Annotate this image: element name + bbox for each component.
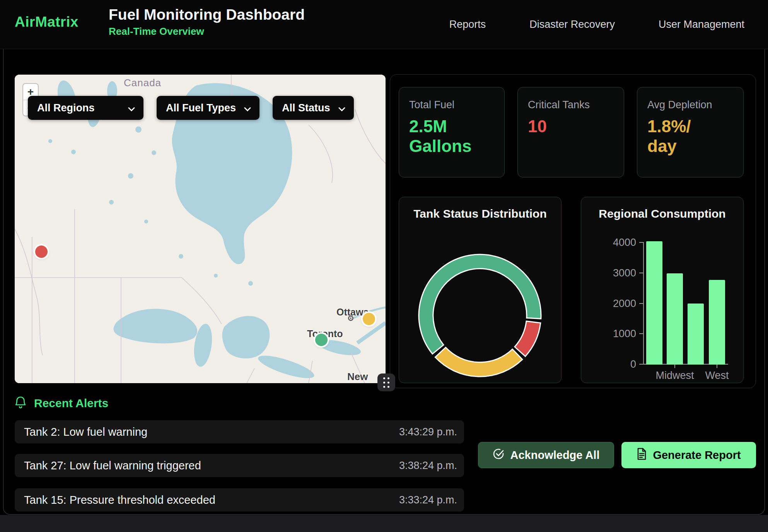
bar bbox=[646, 241, 662, 365]
tank-status-card: Tank Status Distribution bbox=[399, 197, 561, 383]
document-icon bbox=[637, 448, 647, 463]
bar bbox=[709, 280, 725, 365]
donut-segment-yellow bbox=[435, 348, 522, 377]
y-tick-label: 1000 bbox=[597, 328, 636, 340]
x-tick-label: Midwest bbox=[655, 370, 694, 382]
region-filter-select[interactable]: All Regions bbox=[28, 96, 143, 120]
page-subtitle: Real-Time Overview bbox=[109, 26, 305, 38]
alert-row: Tank 27: Low fuel warning triggered 3:38… bbox=[15, 454, 464, 477]
status-filter-select[interactable]: All Status bbox=[273, 96, 354, 120]
alert-text: Tank 2: Low fuel warning bbox=[24, 426, 147, 438]
y-tick-label: 4000 bbox=[597, 237, 636, 249]
chevron-down-icon bbox=[338, 102, 345, 114]
map-canvas[interactable]: Canada Ottawa Toronto New York + − All R… bbox=[15, 75, 386, 383]
page-title: Fuel Monitoring Dashboard bbox=[109, 6, 305, 23]
bar bbox=[688, 304, 704, 365]
chevron-down-icon bbox=[244, 102, 251, 114]
acknowledge-all-label: Acknowledge All bbox=[510, 449, 600, 462]
donut-segment-red bbox=[515, 321, 541, 356]
generate-report-button[interactable]: Generate Report bbox=[621, 442, 756, 468]
stat-card-total-fuel: Total Fuel 2.5M Gallons bbox=[399, 87, 505, 177]
bar bbox=[667, 273, 683, 365]
alert-timestamp: 3:38:24 p.m. bbox=[399, 460, 457, 472]
stat-label: Avg Depletion bbox=[647, 99, 733, 111]
regional-consumption-card: Regional Consumption 4000 3000 2000 1000… bbox=[581, 197, 744, 383]
chevron-down-icon bbox=[128, 102, 135, 114]
generate-report-label: Generate Report bbox=[653, 449, 741, 462]
acknowledge-all-button[interactable]: Acknowledge All bbox=[478, 442, 614, 468]
recent-alerts-header: Recent Alerts bbox=[15, 396, 108, 411]
brand-logo[interactable]: AirMatrix bbox=[15, 14, 79, 30]
nav-disaster-recovery[interactable]: Disaster Recovery bbox=[529, 19, 615, 31]
alert-text: Tank 27: Low fuel warning triggered bbox=[24, 459, 201, 472]
stat-card-avg-depletion: Avg Depletion 1.8%/day bbox=[637, 87, 744, 177]
check-circle-icon bbox=[493, 448, 504, 462]
stat-card-critical-tanks: Critical Tanks 10 bbox=[517, 87, 624, 177]
alert-text: Tank 15: Pressure threshold exceeded bbox=[24, 494, 215, 506]
alert-timestamp: 3:33:24 p.m. bbox=[399, 494, 457, 506]
nav-user-management[interactable]: User Management bbox=[659, 19, 744, 31]
town-dot-icon bbox=[348, 315, 353, 321]
alert-row: Tank 15: Pressure threshold exceeded 3:3… bbox=[15, 488, 464, 512]
stat-value: 10 bbox=[528, 116, 614, 136]
map-marker-warning[interactable] bbox=[363, 313, 375, 325]
chart-title: Regional Consumption bbox=[581, 207, 743, 220]
y-tick-label: 3000 bbox=[597, 267, 636, 279]
title-block: Fuel Monitoring Dashboard Real-Time Over… bbox=[109, 6, 305, 38]
alerts-title: Recent Alerts bbox=[34, 397, 108, 410]
fuel-filter-value: All Fuel Types bbox=[166, 102, 236, 114]
stat-value: 2.5M Gallons bbox=[409, 116, 494, 156]
stat-label: Critical Tanks bbox=[528, 99, 614, 111]
main-nav: Reports Disaster Recovery User Managemen… bbox=[449, 0, 744, 49]
bottom-bar bbox=[0, 515, 768, 532]
alert-timestamp: 3:43:29 p.m. bbox=[399, 426, 457, 438]
map-resize-handle[interactable] bbox=[377, 373, 395, 391]
bell-icon bbox=[15, 396, 26, 411]
header: AirMatrix Fuel Monitoring Dashboard Real… bbox=[0, 0, 768, 49]
bar-plot-area bbox=[644, 243, 728, 365]
donut-chart bbox=[399, 197, 562, 384]
map-marker-normal[interactable] bbox=[315, 334, 328, 346]
map-filter-row: All Regions All Fuel Types All Status bbox=[28, 96, 354, 120]
y-tick-label: 2000 bbox=[597, 298, 636, 310]
y-tick-label: 0 bbox=[597, 358, 636, 370]
x-tick-label: West bbox=[705, 370, 729, 382]
status-filter-value: All Status bbox=[282, 102, 330, 114]
nav-reports[interactable]: Reports bbox=[449, 19, 486, 31]
region-filter-value: All Regions bbox=[37, 102, 95, 114]
map-marker-critical[interactable] bbox=[35, 246, 48, 258]
stat-value: 1.8%/day bbox=[647, 116, 698, 156]
fuel-type-filter-select[interactable]: All Fuel Types bbox=[157, 96, 259, 120]
map-label-canada: Canada bbox=[124, 77, 161, 89]
alert-row: Tank 2: Low fuel warning 3:43:29 p.m. bbox=[15, 420, 464, 443]
stat-label: Total Fuel bbox=[409, 99, 494, 111]
